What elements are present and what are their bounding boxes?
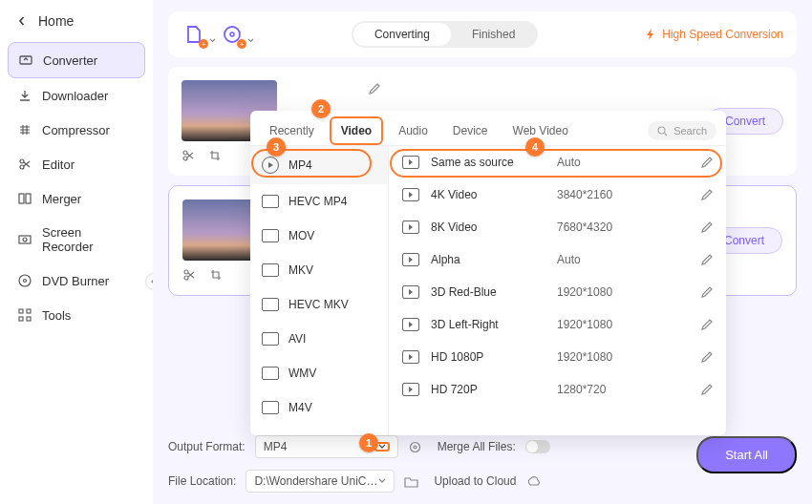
svg-point-9	[23, 238, 27, 242]
home-label: Home	[38, 13, 74, 29]
format-search[interactable]: Search	[648, 121, 716, 140]
edit-icon[interactable]	[700, 221, 713, 234]
sidebar-item-converter[interactable]: Converter	[8, 42, 145, 78]
svg-rect-6	[19, 194, 24, 203]
trim-icon[interactable]	[182, 149, 195, 162]
grid-icon	[17, 307, 32, 323]
add-file-button[interactable]: +	[182, 22, 206, 47]
scissors-icon	[17, 157, 32, 172]
compress-icon	[17, 122, 32, 137]
sidebar-item-compressor[interactable]: Compressor	[0, 113, 153, 147]
svg-point-4	[20, 159, 24, 163]
preset-list[interactable]: Same as sourceAuto 4K Video3840*2160 8K …	[389, 146, 726, 435]
svg-point-24	[658, 127, 665, 134]
home-back[interactable]: Home	[0, 6, 153, 36]
sidebar-item-downloader[interactable]: Downloader	[0, 78, 153, 113]
preset-same-as-source[interactable]: Same as sourceAuto	[389, 146, 726, 178]
search-placeholder: Search	[673, 125, 707, 136]
tab-device[interactable]: Device	[443, 116, 498, 145]
gear-icon[interactable]	[408, 440, 422, 454]
format-avi[interactable]: AVI	[250, 322, 388, 356]
chevron-left-icon	[17, 16, 27, 26]
format-m4v[interactable]: M4V	[250, 390, 388, 425]
sidebar-item-merger[interactable]: Merger	[0, 181, 153, 216]
sidebar-item-screen-recorder[interactable]: Screen Recorder	[0, 216, 153, 263]
format-icon	[262, 298, 279, 311]
high-speed-badge[interactable]: High Speed Conversion	[645, 28, 783, 41]
tab-video[interactable]: Video	[330, 116, 383, 145]
sidebar-label: Compressor	[42, 123, 110, 137]
edit-icon[interactable]	[700, 157, 713, 169]
bottom-bar: Output Format: MP4 Merge All Files: File…	[168, 430, 797, 498]
preset-8k[interactable]: 8K Video7680*4320	[389, 211, 726, 243]
format-wmv[interactable]: WMV	[250, 356, 388, 390]
svg-point-20	[184, 270, 188, 274]
callout-1: 1	[359, 433, 378, 452]
edit-icon[interactable]	[700, 351, 713, 364]
crop-icon[interactable]	[209, 268, 223, 282]
tab-converting[interactable]: Converting	[353, 23, 451, 46]
converter-icon	[18, 52, 33, 68]
folder-icon[interactable]	[404, 475, 418, 488]
format-mov[interactable]: MOV	[250, 219, 388, 253]
video-icon	[402, 350, 419, 364]
preset-3d-red-blue[interactable]: 3D Red-Blue1920*1080	[389, 276, 726, 308]
edit-icon[interactable]	[700, 189, 713, 201]
svg-point-21	[184, 276, 188, 280]
svg-rect-12	[19, 309, 23, 313]
upload-cloud-label: Upload to Cloud	[434, 474, 516, 488]
file-location-select[interactable]: D:\Wondershare UniConverter 1	[246, 470, 395, 493]
svg-point-5	[20, 165, 24, 169]
cloud-icon[interactable]	[525, 475, 542, 487]
svg-point-17	[230, 32, 234, 36]
preset-3d-left-right[interactable]: 3D Left-Right1920*1080	[389, 308, 726, 341]
status-toggle: Converting Finished	[352, 21, 538, 48]
format-list[interactable]: MP4 HEVC MP4 MOV MKV HEVC MKV AVI WMV M4…	[250, 146, 389, 435]
format-hevc-mkv[interactable]: HEVC MKV	[250, 287, 388, 322]
format-mkv[interactable]: MKV	[250, 253, 388, 287]
crop-icon[interactable]	[208, 149, 222, 162]
disc-icon	[17, 273, 32, 288]
sidebar-item-dvd-burner[interactable]: DVD Burner	[0, 263, 153, 298]
download-icon	[17, 88, 32, 103]
format-icon	[262, 263, 279, 277]
format-icon	[262, 367, 279, 380]
start-all-button[interactable]: Start All	[696, 436, 797, 473]
plus-icon: +	[199, 39, 208, 49]
tab-audio[interactable]: Audio	[389, 116, 438, 145]
format-icon	[262, 401, 279, 414]
format-icon	[262, 229, 279, 242]
edit-icon[interactable]	[700, 286, 713, 299]
file-location-label: File Location:	[168, 474, 236, 488]
sidebar-label: Editor	[42, 158, 75, 172]
video-icon	[402, 156, 419, 169]
preset-alpha[interactable]: AlphaAuto	[389, 243, 726, 276]
svg-point-10	[19, 275, 31, 286]
format-popup: Recently Video Audio Device Web Video Se…	[250, 111, 726, 435]
video-icon	[402, 253, 419, 266]
preset-4k[interactable]: 4K Video3840*2160	[389, 178, 726, 211]
preset-hd-720p[interactable]: HD 720P1280*720	[389, 373, 726, 406]
search-icon	[657, 126, 668, 136]
svg-point-23	[414, 446, 417, 449]
svg-point-11	[24, 280, 27, 283]
edit-icon[interactable]	[700, 319, 713, 331]
trim-icon[interactable]	[182, 268, 196, 282]
sidebar-label: DVD Burner	[42, 274, 109, 288]
top-toolbar: + + Converting Finished High Speed Conve…	[168, 11, 797, 57]
add-dvd-button[interactable]: +	[220, 22, 245, 47]
callout-2: 2	[311, 99, 331, 118]
edit-icon[interactable]	[700, 254, 713, 266]
format-hevc-mp4[interactable]: HEVC MP4	[250, 184, 388, 219]
callout-4: 4	[525, 137, 545, 157]
format-icon	[262, 332, 279, 346]
edit-icon[interactable]	[700, 384, 713, 396]
preset-hd-1080p[interactable]: HD 1080P1920*1080	[389, 341, 726, 373]
sidebar-item-editor[interactable]: Editor	[0, 147, 153, 181]
merge-toggle[interactable]	[525, 440, 550, 453]
sidebar-label: Merger	[42, 192, 81, 206]
format-icon	[262, 195, 279, 208]
svg-rect-7	[26, 194, 31, 203]
tab-finished[interactable]: Finished	[451, 23, 536, 46]
sidebar-item-tools[interactable]: Tools	[0, 298, 153, 332]
